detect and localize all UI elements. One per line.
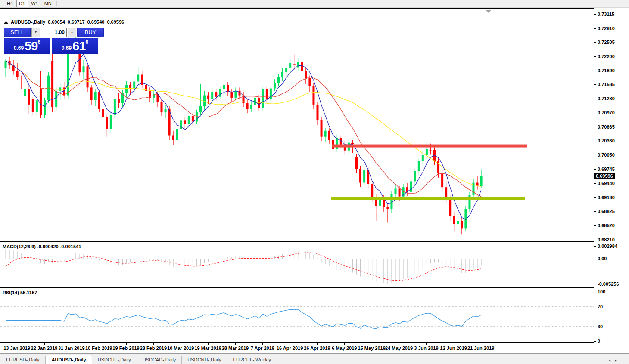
axis-tick [594, 183, 596, 184]
date-tick [44, 343, 45, 345]
price-tick-label: 0.70970 [598, 110, 615, 115]
price-tick-label: 0.71280 [598, 96, 615, 101]
price-axis: 0.731150.728100.725050.722000.718900.715… [594, 8, 629, 343]
direction-up-icon [4, 21, 8, 24]
price-tick-label: 0.70050 [598, 152, 615, 157]
main-chart-pane[interactable]: AUDUSD-,Daily 0.69654 0.69717 0.69540 0.… [0, 8, 594, 242]
timeframe-button-w1[interactable]: W1 [28, 0, 41, 7]
rsi-label: RSI(14) 55.1157 [3, 290, 37, 295]
price-tick-label: 0.69130 [598, 195, 615, 200]
ma-line-mid [6, 61, 481, 197]
chart-tab-audusd-daily[interactable]: AUDUSD-,Daily [46, 355, 92, 364]
axis-tick [594, 211, 596, 212]
macd-tick-label: -0.005256 [598, 281, 619, 287]
date-tick [235, 343, 236, 345]
tabs-scroll-right-icon[interactable]: ▸ [615, 358, 617, 363]
axis-tick [594, 246, 596, 247]
tabs-scroll-left-icon[interactable]: ◂ [608, 358, 610, 363]
date-tick [99, 343, 99, 345]
chart-shift-icon [486, 10, 492, 13]
price-tick-label: 0.68520 [598, 223, 615, 228]
macd-signal-line [6, 253, 481, 281]
date-tick [17, 343, 17, 345]
axis-tick [594, 127, 596, 127]
volume-input[interactable] [41, 28, 67, 37]
price-tick-label: 0.72200 [598, 54, 615, 59]
date-tick [399, 343, 399, 345]
date-tick [426, 343, 427, 345]
chart-tab-usdcad-daily[interactable]: USDCAD-,Daily [137, 356, 182, 364]
axis-tick [594, 28, 596, 29]
rsi-chart[interactable] [0, 289, 594, 342]
axis-tick [594, 341, 596, 342]
date-tick [126, 343, 127, 345]
chart-tab-usdchf-daily[interactable]: USDCHF-,Daily [92, 356, 137, 364]
axis-tick [594, 225, 596, 226]
price-tick-label: 0.68210 [598, 237, 615, 242]
volume-decrease-button[interactable]: ▼ [31, 28, 40, 37]
sell-price-box[interactable]: 0.69 59 6 [4, 38, 50, 54]
axis-tick [594, 292, 596, 292]
buy-price-prefix: 0.69 [62, 44, 72, 52]
ohlc-high: 0.69717 [68, 19, 85, 25]
symbol-header: AUDUSD-,Daily 0.69654 0.69717 0.69540 0.… [4, 19, 124, 25]
macd-label: MACD(12,26,9) -0.000420 -0.001541 [3, 244, 81, 249]
timeframe-button-mn[interactable]: MN [42, 0, 54, 7]
current-price-label: 0.69596 [594, 173, 615, 179]
timeframe-button-d1[interactable]: D1 [16, 0, 28, 7]
date-tick [454, 343, 454, 345]
axis-tick [594, 169, 596, 170]
toolbar-separator [2, 1, 2, 6]
rsi-indicator-pane[interactable]: RSI(14) 55.1157 [0, 289, 594, 343]
axis-tick [594, 307, 596, 307]
symbol-name: AUDUSD-,Daily [11, 19, 45, 25]
date-tick [317, 343, 318, 345]
axis-tick [594, 71, 596, 71]
sell-price-sup: 6 [37, 39, 40, 45]
buy-button[interactable]: BUY [77, 28, 104, 37]
date-tick [372, 343, 372, 345]
date-tick [208, 343, 209, 345]
macd-tick-label: 0.00 [598, 256, 607, 261]
ma-line-slow [6, 61, 481, 187]
axis-tick [594, 259, 596, 259]
date-tick [153, 343, 154, 345]
rsi-tick-label: 70 [598, 304, 603, 309]
date-tick [181, 343, 181, 345]
axis-tick [594, 56, 596, 57]
support-line [331, 197, 525, 200]
price-tick-label: 0.68825 [598, 209, 615, 214]
macd-indicator-pane[interactable]: MACD(12,26,9) -0.000420 -0.001541 [0, 243, 594, 288]
price-tick-label: 0.73115 [598, 12, 614, 17]
macd-tick-label: 0.002984 [598, 244, 617, 249]
price-tick-label: 0.71585 [598, 82, 615, 87]
chart-tab-eurusd-daily[interactable]: EURUSD-,Daily [0, 356, 46, 364]
price-tick-label: 0.70665 [598, 124, 615, 130]
ohlc-close: 0.69596 [107, 19, 124, 25]
axis-tick [594, 99, 596, 99]
mt4-window: H4D1W1MN AUDUSD-,Daily 0.69654 0.69717 0… [0, 0, 629, 364]
buy-price-box[interactable]: 0.69 61 6 [52, 38, 98, 54]
axis-tick [594, 155, 596, 155]
buy-price-sup: 6 [85, 39, 88, 45]
resistance-line [332, 145, 527, 148]
timeframe-button-h4[interactable]: H4 [4, 0, 16, 7]
axis-tick [594, 84, 596, 85]
date-tick [262, 343, 263, 345]
axis-tick [594, 284, 596, 284]
one-click-trading-panel: SELL ▼ ▲ BUY 0.69 59 6 0.69 61 6 [4, 28, 98, 54]
price-tick-label: 0.72810 [598, 26, 615, 31]
macd-chart[interactable] [0, 243, 594, 287]
chart-tab-usdcnh-daily[interactable]: USDCNH-,Daily [182, 356, 227, 364]
price-tick-label: 0.72505 [598, 40, 615, 45]
chart-tab-eurchf-weekly[interactable]: EURCHF-,Weekly [227, 356, 277, 364]
chart-tab-bar: EURUSD-,DailyAUDUSD-,DailyUSDCHF-,DailyU… [0, 353, 629, 364]
axis-tick [594, 240, 596, 240]
sell-price-big: 59 [25, 40, 37, 52]
axis-tick [594, 113, 596, 113]
price-tick-label: 0.70360 [598, 138, 615, 143]
axis-tick [594, 197, 596, 198]
date-tick [481, 343, 481, 345]
volume-increase-button[interactable]: ▲ [68, 28, 76, 37]
sell-button[interactable]: SELL [4, 28, 31, 37]
